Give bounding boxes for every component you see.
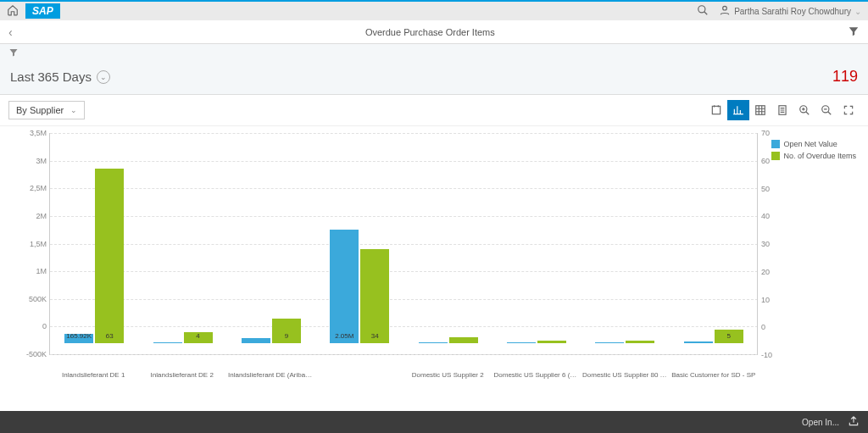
y-left-tick: 2,5M <box>30 184 47 192</box>
x-axis-label: Inlandslieferant DE 2 <box>138 371 227 379</box>
legend-swatch-green <box>771 152 780 160</box>
y-right-tick: 10 <box>761 296 770 304</box>
bar-overdue-items[interactable]: 9 <box>272 319 301 343</box>
bar-label: 9 <box>272 332 301 340</box>
search-icon[interactable] <box>697 4 709 18</box>
y-right-tick: 0 <box>761 323 765 331</box>
kpi-value: 119 <box>832 68 858 86</box>
bar-open-net-value[interactable] <box>153 342 182 343</box>
svg-line-1 <box>704 12 708 15</box>
dimension-selector[interactable]: By Supplier ⌄ <box>8 101 85 119</box>
bar-open-net-value[interactable]: 165.92K <box>64 334 93 343</box>
svg-point-0 <box>698 6 705 13</box>
y-left-tick: 2M <box>36 212 47 220</box>
list-view-button[interactable] <box>771 100 793 120</box>
open-in-button[interactable]: Open In... <box>802 418 839 427</box>
legend-swatch-blue <box>771 140 780 148</box>
x-axis-label: Inlandslieferant DE (Ariba Netzwerk <box>226 371 315 379</box>
x-axis-label: Domestic US Supplier 2 <box>403 371 492 379</box>
bar-open-net-value[interactable] <box>242 338 270 343</box>
user-icon <box>719 4 731 18</box>
bar-overdue-items[interactable]: 34 <box>360 249 389 343</box>
bar-label: 4 <box>184 332 213 340</box>
fullscreen-button[interactable] <box>837 100 860 120</box>
svg-point-2 <box>723 6 727 10</box>
x-axis-label: Inlandslieferant DE 1 <box>49 371 138 379</box>
zoom-in-button[interactable] <box>793 100 815 120</box>
filter-icon[interactable] <box>848 25 860 39</box>
home-icon[interactable] <box>7 4 19 18</box>
y-left-tick: -500K <box>26 350 47 358</box>
bar-overdue-items[interactable]: 5 <box>715 330 743 343</box>
y-left-tick: 1,5M <box>30 240 47 248</box>
dimension-selector-label: By Supplier <box>16 105 64 115</box>
y-left-tick: 1M <box>36 267 47 275</box>
share-icon[interactable] <box>848 415 860 429</box>
y-left-tick: 0 <box>42 322 47 330</box>
y-right-tick: 20 <box>761 268 770 276</box>
time-filter-dropdown[interactable]: ⌄ <box>97 70 110 84</box>
y-right-tick: 50 <box>761 185 770 193</box>
y-left-tick: 3,5M <box>30 129 47 137</box>
y-right-tick: 30 <box>761 240 770 248</box>
chevron-down-icon: ⌄ <box>70 106 77 114</box>
bar-label: 63 <box>95 332 124 340</box>
legend-label-1: Open Net Value <box>783 140 837 148</box>
bar-open-net-value[interactable] <box>595 342 624 343</box>
table-view-button[interactable] <box>749 100 771 120</box>
zoom-out-button[interactable] <box>815 100 837 120</box>
bar-open-net-value[interactable] <box>684 341 713 343</box>
y-right-tick: 60 <box>761 157 770 165</box>
y-right-tick: 70 <box>761 129 770 137</box>
chevron-down-icon: ⌄ <box>854 7 861 16</box>
y-right-tick: -10 <box>761 351 772 359</box>
time-filter-label: Last 365 Days <box>10 69 92 84</box>
y-left-tick: 3M <box>36 157 47 165</box>
bar-label: 2.05M <box>330 332 359 340</box>
page-title: Overdue Purchase Order Items <box>13 27 848 37</box>
export-button[interactable] <box>705 100 727 120</box>
bar-label: 34 <box>360 332 389 340</box>
y-left-tick: 500K <box>29 295 47 303</box>
svg-rect-3 <box>712 106 720 114</box>
x-axis-label: Basic Customer for SD - SP <box>670 371 759 379</box>
bar-overdue-items[interactable] <box>626 341 654 343</box>
x-axis-label: Domestic US Supplier 80 (Ariba N... <box>581 371 670 379</box>
bar-label: 165.92K <box>64 332 93 340</box>
x-axis-label: Domestic US Supplier 6 (Returns) <box>492 371 581 379</box>
legend-label-2: No. of Overdue Items <box>783 152 856 160</box>
bar-open-net-value[interactable]: 2.05M <box>330 230 359 343</box>
bar-open-net-value[interactable] <box>419 342 448 343</box>
chart: -500K0500K1M1,5M2M2,5M3M3,5M165.92K63492… <box>0 126 868 397</box>
bar-overdue-items[interactable]: 4 <box>184 332 213 343</box>
bar-overdue-items[interactable] <box>537 341 566 343</box>
svg-rect-4 <box>756 106 765 115</box>
y-right-tick: 40 <box>761 212 770 220</box>
sap-logo: SAP <box>25 3 60 19</box>
bar-overdue-items[interactable]: 63 <box>95 169 124 343</box>
bar-label: 5 <box>715 332 743 340</box>
chart-view-button[interactable] <box>727 100 749 120</box>
chart-legend: Open Net Value No. of Overdue Items <box>771 140 856 164</box>
user-menu[interactable]: Partha Sarathi Roy Chowdhury ⌄ <box>719 4 861 18</box>
user-name: Partha Sarathi Roy Chowdhury <box>734 7 851 16</box>
filter-secondary-icon[interactable] <box>8 49 19 59</box>
x-axis-label <box>315 371 404 379</box>
bar-overdue-items[interactable] <box>449 337 478 343</box>
bar-open-net-value[interactable] <box>507 342 536 343</box>
